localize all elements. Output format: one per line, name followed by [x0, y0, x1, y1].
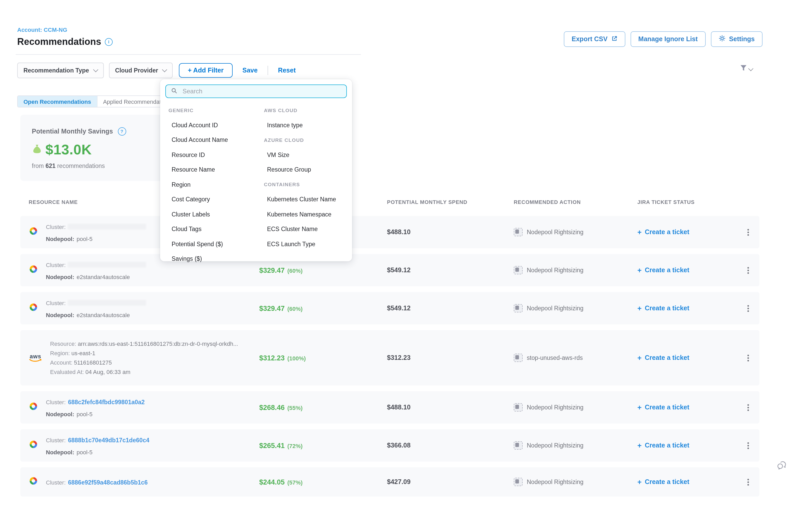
filter-option-resource-group[interactable]: Resource Group — [263, 162, 336, 177]
filter-option-resource-id[interactable]: Resource ID — [167, 147, 263, 162]
column-header-recommended-action: RECOMMENDED ACTION — [514, 199, 638, 205]
potential-spend-value: $549.12 — [387, 305, 514, 312]
recommended-action-label: Nodepool Rightsizing — [527, 229, 583, 235]
potential-spend-value: $488.10 — [387, 404, 514, 411]
filter-option-kubernetes-cluster-name[interactable]: Kubernetes Cluster Name — [263, 192, 336, 207]
kebab-menu-icon[interactable] — [747, 355, 749, 356]
gcp-icon — [29, 264, 38, 276]
column-header-potential-monthly-spend: POTENTIAL MONTHLY SPEND — [387, 199, 514, 205]
filter-option-ecs-launch-type[interactable]: ECS Launch Type — [263, 236, 336, 251]
create-ticket-link[interactable]: +Create a ticket — [638, 228, 744, 236]
kebab-menu-icon[interactable] — [747, 267, 749, 268]
chat-help-icon — [777, 463, 787, 472]
filter-option-potential-spend[interactable]: Potential Spend ($) — [167, 236, 263, 251]
money-bag-icon — [32, 144, 42, 156]
filter-search-input[interactable] — [182, 87, 341, 95]
filter-section-aws-cloud: AWS CLOUD — [263, 103, 336, 118]
filter-options: GENERIC Cloud Account ID Cloud Account N… — [165, 98, 347, 266]
filter-option-savings[interactable]: Savings ($) — [167, 251, 263, 266]
kebab-menu-icon[interactable] — [747, 478, 749, 480]
monthly-savings-value: $312.23 — [259, 354, 285, 362]
create-ticket-link[interactable]: +Create a ticket — [638, 478, 744, 486]
page-title: Recommendations — [17, 37, 101, 48]
header-actions: Export CSV Manage Ignore List Settings — [564, 31, 762, 47]
filter-option-instance-type[interactable]: Instance type — [263, 118, 336, 132]
recommended-action-label: Nodepool Rightsizing — [527, 305, 583, 311]
gcp-icon — [29, 303, 38, 314]
export-csv-button[interactable]: Export CSV — [564, 31, 625, 47]
potential-spend-value: $366.08 — [387, 442, 514, 449]
filter-option-cloud-account-id[interactable]: Cloud Account ID — [167, 118, 263, 132]
filter-option-cluster-labels[interactable]: Cluster Labels — [167, 207, 263, 222]
table-row: Cluster: 688c2fefc84fbdc99801a0a2 Nodepo… — [20, 391, 759, 423]
filter-option-ecs-cluster-name[interactable]: ECS Cluster Name — [263, 222, 336, 236]
filter-option-cloud-tags[interactable]: Cloud Tags — [167, 222, 263, 236]
search-icon — [171, 87, 177, 96]
create-ticket-link[interactable]: +Create a ticket — [638, 267, 744, 274]
save-filter-button[interactable]: Save — [238, 67, 262, 74]
help-icon[interactable]: ? — [118, 127, 126, 136]
potential-monthly-savings-card: Potential Monthly Savings ? $13.0K from … — [20, 115, 164, 181]
filter-option-cloud-account-name[interactable]: Cloud Account Name — [167, 132, 263, 147]
add-filter-label: + Add Filter — [188, 67, 224, 74]
manage-ignore-list-button[interactable]: Manage Ignore List — [631, 31, 706, 47]
recommendation-type-select[interactable]: Recommendation Type — [17, 62, 103, 78]
recommended-action-label: Nodepool Rightsizing — [527, 267, 583, 273]
filter-option-cost-category[interactable]: Cost Category — [167, 192, 263, 207]
filter-option-vm-size[interactable]: VM Size — [263, 147, 336, 162]
gcp-icon — [29, 402, 38, 413]
filter-option-kubernetes-namespace[interactable]: Kubernetes Namespace — [263, 207, 336, 222]
help-chat-button[interactable] — [777, 460, 787, 473]
filter-bar: Recommendation Type Cloud Provider + Add… — [17, 62, 300, 78]
cloud-provider-label: Cloud Provider — [115, 67, 158, 74]
cluster-link[interactable]: 6886e92f59a48cad86b5b1c6 — [68, 479, 148, 486]
jira-issuetype-icon — [514, 403, 522, 412]
kebab-menu-icon[interactable] — [747, 404, 749, 405]
kebab-menu-icon[interactable] — [747, 229, 749, 230]
plus-icon: + — [638, 229, 642, 235]
monthly-savings-value: $265.41 — [259, 442, 285, 450]
redacted-cluster-value — [68, 262, 146, 268]
filter-panel-toggle[interactable] — [740, 64, 753, 74]
create-ticket-link[interactable]: +Create a ticket — [638, 442, 744, 449]
gcp-icon — [29, 476, 38, 488]
cloud-provider-select[interactable]: Cloud Provider — [109, 62, 173, 78]
create-ticket-link[interactable]: +Create a ticket — [638, 404, 744, 411]
filter-option-region[interactable]: Region — [167, 177, 263, 192]
chevron-down-icon — [748, 66, 754, 71]
table-row: aws Resource: arn:aws:rds:us-east-1:5116… — [20, 330, 759, 385]
cluster-link[interactable]: 6888b1c70e49db17c1de60c4 — [68, 437, 149, 443]
add-filter-button[interactable]: + Add Filter — [179, 63, 232, 78]
external-link-icon — [611, 35, 618, 43]
gcp-icon — [29, 440, 38, 451]
monthly-savings-value: $329.47 — [259, 267, 285, 274]
reset-filter-button[interactable]: Reset — [273, 67, 300, 74]
gcp-icon — [29, 226, 38, 238]
chevron-down-icon — [162, 67, 167, 72]
recommendations-table: RESOURCE NAME POTENTIAL MONTHLY SPEND RE… — [20, 191, 759, 496]
potential-spend-value: $427.09 — [387, 478, 514, 486]
filter-option-resource-name[interactable]: Resource Name — [167, 162, 263, 177]
filter-options-left-column: GENERIC Cloud Account ID Cloud Account N… — [167, 103, 263, 266]
cluster-link[interactable]: 688c2fefc84fbdc99801a0a2 — [68, 399, 145, 405]
table-row: Cluster: Nodepool: pool-5 $488.10 Nodepo… — [20, 216, 759, 248]
table-row: Cluster: 6886e92f59a48cad86b5b1c6 $244.0… — [20, 467, 759, 496]
filter-divider — [268, 66, 268, 75]
account-breadcrumb-link[interactable]: Account: CCM-NG — [17, 26, 67, 33]
recommended-action-label: stop-unused-aws-rds — [527, 355, 583, 361]
info-icon[interactable]: i — [105, 38, 113, 46]
savings-card-title: Potential Monthly Savings — [32, 128, 113, 135]
header-divider — [16, 54, 361, 55]
create-ticket-link[interactable]: +Create a ticket — [638, 305, 744, 312]
settings-button[interactable]: Settings — [711, 31, 762, 47]
recommended-action-label: Nodepool Rightsizing — [527, 442, 583, 449]
plus-icon: + — [638, 306, 642, 311]
create-ticket-link[interactable]: +Create a ticket — [638, 354, 744, 361]
potential-spend-value: $549.12 — [387, 267, 514, 274]
tab-open-recommendations[interactable]: Open Recommendations — [18, 96, 97, 107]
tab-applied-recommendations[interactable]: Applied Recommendations — [97, 96, 171, 107]
kebab-menu-icon[interactable] — [747, 442, 749, 443]
table-header-row: RESOURCE NAME POTENTIAL MONTHLY SPEND RE… — [20, 191, 759, 213]
kebab-menu-icon[interactable] — [747, 305, 749, 306]
table-row: Cluster: Nodepool: e2standar4autoscale $… — [20, 254, 759, 286]
